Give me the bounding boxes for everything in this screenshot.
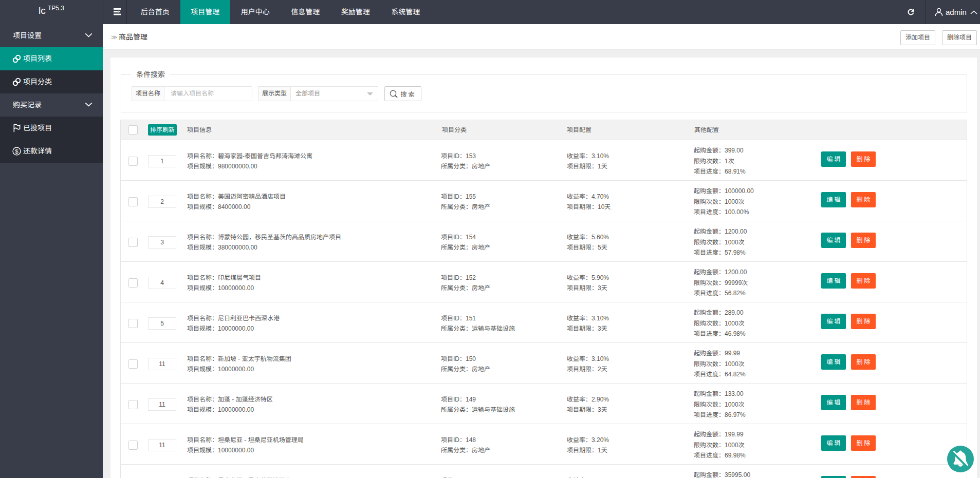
svg-text:$: $ (15, 148, 19, 155)
